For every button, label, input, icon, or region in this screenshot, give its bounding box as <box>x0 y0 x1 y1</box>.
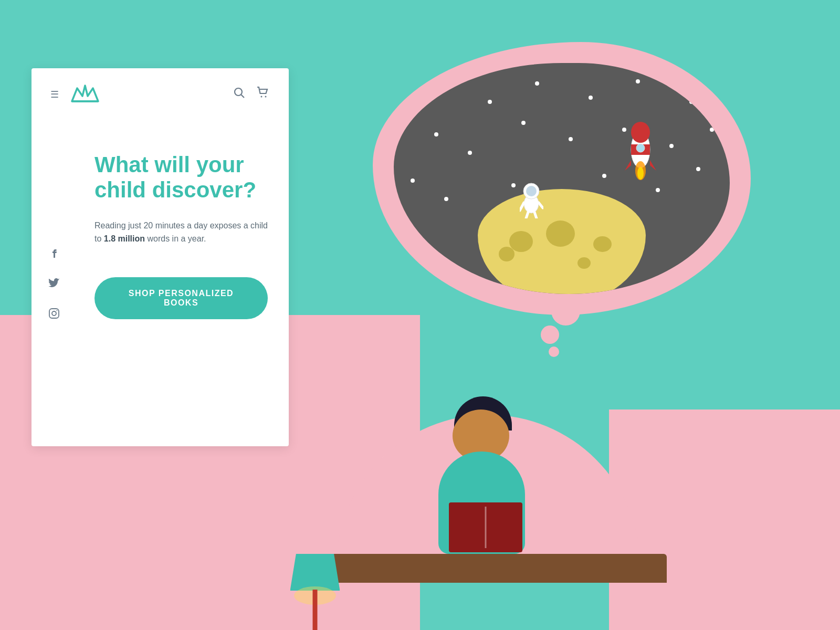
search-icon[interactable] <box>233 87 246 102</box>
svg-marker-0 <box>72 86 98 101</box>
desk <box>299 554 667 583</box>
hamburger-icon[interactable]: ☰ <box>50 90 59 99</box>
svg-line-19 <box>539 203 543 208</box>
svg-point-8 <box>57 310 58 311</box>
svg-line-3 <box>242 95 245 98</box>
svg-point-4 <box>261 96 262 98</box>
hero-card: ☰ <box>32 68 289 446</box>
brand-logo[interactable] <box>69 83 101 106</box>
twitter-icon[interactable] <box>48 277 60 289</box>
bubble-circle-large <box>551 297 580 326</box>
illustration-area <box>257 0 840 630</box>
svg-line-18 <box>520 203 524 211</box>
social-icons <box>48 247 60 319</box>
nav-bar: ☰ <box>32 68 289 121</box>
nav-right <box>233 86 270 103</box>
hero-headline: What will your child discover? <box>94 152 268 203</box>
svg-point-10 <box>631 122 650 143</box>
svg-rect-6 <box>49 309 59 318</box>
lamp-shade <box>290 554 340 591</box>
shop-cta-button[interactable]: SHOP PERSONALIZED BOOKS <box>94 277 268 319</box>
nav-left: ☰ <box>50 83 101 106</box>
svg-line-20 <box>526 212 528 218</box>
svg-point-14 <box>637 167 644 180</box>
instagram-icon[interactable] <box>48 308 60 319</box>
bubble-circle-medium <box>541 326 559 344</box>
rocket <box>620 121 662 186</box>
svg-point-12 <box>636 144 645 152</box>
svg-point-7 <box>52 311 56 316</box>
card-content: What will your child discover? Reading j… <box>32 121 289 340</box>
cart-icon[interactable] <box>256 86 270 103</box>
lamp-pole <box>313 590 318 630</box>
svg-line-21 <box>534 212 537 218</box>
facebook-icon[interactable] <box>48 247 60 258</box>
bubble-circle-small <box>549 346 559 357</box>
thought-bubble-inner <box>394 63 730 294</box>
astronaut <box>520 182 543 220</box>
moon <box>478 189 646 294</box>
book-spine <box>485 507 487 548</box>
hero-subtext: Reading just 20 minutes a day exposes a … <box>94 219 268 246</box>
svg-point-5 <box>265 96 267 98</box>
svg-point-2 <box>235 88 242 96</box>
svg-point-17 <box>526 186 537 196</box>
book <box>449 502 522 552</box>
